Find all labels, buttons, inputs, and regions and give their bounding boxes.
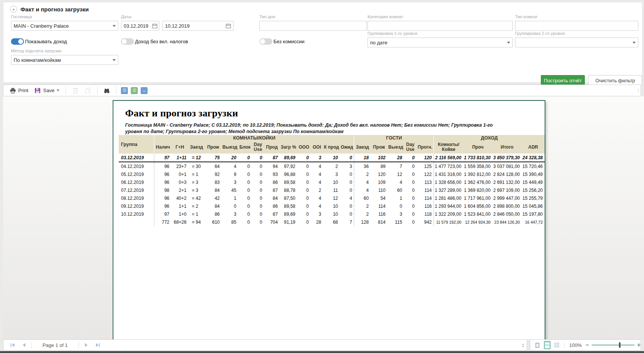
table-row: 04.12.20199623+7= 30644009497,9204233689… (119, 162, 545, 170)
cell: 0 (252, 154, 264, 162)
cell: 3 (388, 210, 404, 218)
calendar-icon[interactable] (226, 23, 231, 28)
hotel-select[interactable]: MAIN - Cranberry Palace (11, 21, 118, 31)
cell: 84 (205, 202, 221, 210)
print-button[interactable]: Print (8, 86, 30, 94)
report-preview-area[interactable]: Факт и прогноз загрузки Гостиница MAIN -… (3, 96, 644, 339)
zoom-slider[interactable] (592, 342, 635, 348)
copy-pages-button[interactable] (83, 86, 93, 94)
cell: 9 (221, 170, 238, 178)
cell: 93 (264, 170, 280, 178)
room-type-input[interactable] (515, 21, 638, 31)
cell: 4 (388, 178, 404, 186)
cell: 4 (311, 170, 323, 178)
single-page-view-button[interactable] (534, 341, 541, 349)
cell: 0 (404, 178, 416, 186)
multi-page-view-button[interactable] (553, 341, 561, 349)
column-header: Day Use (404, 141, 416, 154)
binoculars-icon (104, 87, 110, 94)
cell: 2+1 (171, 186, 188, 194)
cell: 1+1 (171, 202, 188, 210)
cell: 11 579 192,00 (434, 218, 463, 226)
single-page-icon (536, 343, 539, 348)
cell: 15 720,46 (521, 162, 545, 170)
cell: 0 (238, 162, 252, 170)
calendar-icon[interactable] (152, 23, 157, 28)
zoom-slider-handle[interactable] (619, 342, 620, 348)
first-page-button[interactable] (9, 341, 16, 349)
cell: 3 (221, 178, 238, 186)
method-select[interactable]: По комнатам/койкам (11, 55, 118, 65)
last-page-button[interactable] (94, 341, 102, 349)
cell: 113 (416, 178, 434, 186)
toolbar-separator (116, 87, 116, 94)
cell: 0 (340, 202, 354, 210)
cell: 1 (388, 194, 404, 202)
pager-resize-handle[interactable]: ━▾ (521, 342, 525, 349)
zoom-bar: 100% − + (530, 339, 641, 351)
grouping2-label: Группировка 2-го уровня (515, 31, 565, 36)
grouping1-select[interactable]: по дате (368, 38, 513, 47)
toolbar-separator (66, 87, 66, 94)
document-map-button[interactable]: ☰ (131, 87, 138, 94)
zoom-out-button[interactable]: − (585, 342, 589, 348)
cell: 0 (404, 162, 416, 170)
date-to-input[interactable] (162, 21, 234, 31)
zoom-separator (564, 342, 565, 348)
column-header: Прож (371, 141, 387, 154)
next-page-button[interactable] (83, 341, 90, 349)
no-commission-toggle[interactable]: Без комиссии (259, 38, 305, 45)
cell: 4 (340, 194, 354, 202)
fit-width-button[interactable]: ↔ (141, 87, 148, 94)
cell: 4 (221, 162, 238, 170)
cell: 125 (416, 162, 434, 170)
cell: 1 327 289,00 (434, 186, 463, 194)
clipboard-button[interactable]: ? (71, 86, 80, 94)
cell: 68+26 (171, 218, 188, 226)
cell: 115 (388, 218, 404, 226)
cell: 89 (371, 162, 387, 170)
column-header: Выезд (388, 141, 404, 154)
cell: 0 (404, 210, 416, 218)
cell: 3 850 379,30 (492, 154, 521, 162)
cell: 4 (311, 202, 323, 210)
cell: 96 (154, 170, 171, 178)
cell: 0 (340, 178, 354, 186)
zoom-in-button[interactable]: + (637, 342, 641, 348)
chevron-down-icon (113, 25, 116, 27)
cell: 0 (297, 170, 311, 178)
income-no-tax-toggle[interactable]: Доход без вкл. налогов (121, 38, 188, 45)
day-type-input[interactable] (259, 21, 367, 31)
report-page: Факт и прогноз загрузки Гостиница MAIN -… (113, 100, 545, 339)
column-header: ООО (297, 141, 311, 154)
cell: 0 (238, 178, 252, 186)
cell: 1 604 856,00 (463, 202, 492, 210)
column-header: ADR (521, 141, 545, 154)
grouping2-select[interactable] (515, 38, 638, 47)
cell: 10 (323, 178, 340, 186)
parameters-panel-button[interactable]: ☰ (121, 87, 128, 94)
room-category-input[interactable] (368, 21, 513, 31)
cell: 2 697 109,00 (492, 186, 521, 194)
search-button[interactable] (102, 86, 112, 94)
report-subtitle: Гостиница MAIN - Cranberry Palace; С 03.… (125, 122, 507, 135)
cell: 2 691 132,00 (492, 178, 521, 186)
cell: 15 197,80 (521, 210, 545, 218)
toolbar-overflow-handle[interactable] (637, 86, 639, 94)
collapse-panel-icon[interactable]: ▲ (10, 6, 17, 13)
hotel-select-value: MAIN - Cranberry Palace (14, 23, 69, 29)
cell: 1+11 (171, 154, 188, 162)
pager-separator (31, 342, 32, 348)
continuous-view-button[interactable] (544, 341, 551, 349)
column-header: Прод (264, 141, 280, 154)
column-header: Г+Н (171, 141, 188, 154)
row-label: 08.12.2019 (119, 194, 154, 202)
prev-page-button[interactable] (20, 341, 28, 349)
toggle-track (259, 38, 272, 45)
report-table: ГруппаКОМНАТЫ/КОЙКИГОСТИДОХОДНаличГ+НЗае… (119, 135, 545, 226)
filter-panel: ▲ Факт и прогноз загрузки Гостиница MAIN… (3, 2, 642, 83)
cell: = 2 (188, 202, 205, 210)
save-button[interactable]: Save (33, 86, 61, 94)
show-income-toggle[interactable]: Показывать доход (11, 38, 67, 45)
dates-label: Даты (121, 14, 131, 19)
